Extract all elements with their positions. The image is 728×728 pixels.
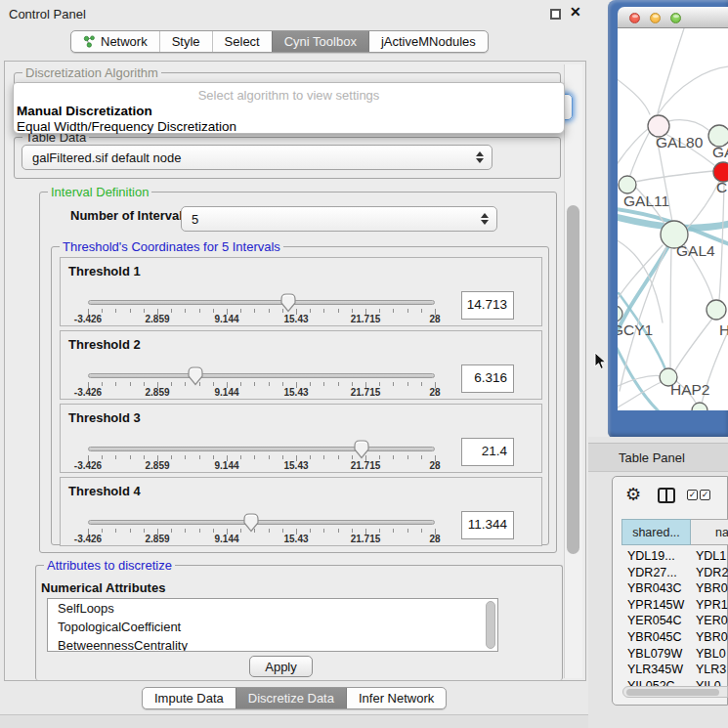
tick-row <box>88 309 435 317</box>
tick-mark <box>407 529 408 533</box>
network-edge[interactable] <box>668 120 708 130</box>
slider-handle[interactable] <box>279 292 297 317</box>
tick-mark <box>379 455 380 459</box>
network-canvas[interactable]: GAL80GACGAL11GAL4GCY1HHAP2 <box>618 28 728 410</box>
tick-mark <box>282 382 283 386</box>
panel-scrollbar-thumb[interactable] <box>567 205 579 554</box>
node-label: GCY1 <box>618 321 653 338</box>
tick-mark <box>338 529 339 533</box>
tab-discretize-data[interactable]: Discretize Data <box>236 688 346 708</box>
list-scrollbar[interactable] <box>486 601 495 649</box>
tab-jactivemnodules[interactable]: jActiveMNodules <box>368 31 488 52</box>
node-right-mid[interactable] <box>707 300 726 320</box>
tab-label: Cyni Toolbox <box>284 34 357 49</box>
tab-cyni-toolbox[interactable]: Cyni Toolbox <box>272 31 368 52</box>
node-label: GA <box>712 144 728 160</box>
tab-select[interactable]: Select <box>212 31 272 52</box>
tick-label: -3.426 <box>74 387 102 398</box>
tick-mark <box>144 382 145 386</box>
gear-icon[interactable]: ⚙ <box>625 484 641 505</box>
cell-shared-name: YDL19... <box>627 549 675 563</box>
checkbox-icon[interactable]: ✓ <box>687 490 698 500</box>
tick-mark <box>144 309 145 313</box>
split-columns-icon[interactable] <box>658 488 675 503</box>
threshold-value-field[interactable]: 14.713 <box>461 291 514 320</box>
network-edge[interactable] <box>686 182 719 230</box>
network-edge[interactable] <box>635 171 713 182</box>
node-gal11[interactable] <box>619 176 636 193</box>
num-intervals-value: 5 <box>192 212 198 227</box>
network-edge[interactable] <box>658 28 684 113</box>
threshold-value-field[interactable]: 21.4 <box>461 438 514 466</box>
zoom-traffic-light-icon[interactable] <box>670 13 681 23</box>
slider-track[interactable] <box>88 447 435 451</box>
slider-handle[interactable] <box>242 512 260 536</box>
network-edge[interactable] <box>618 78 650 114</box>
slider-track[interactable] <box>88 373 435 378</box>
tab-label: Style <box>172 34 200 49</box>
node-label: GAL80 <box>656 134 704 150</box>
cell-shared-name: YER054C <box>627 614 682 627</box>
tab-infer-network[interactable]: Infer Network <box>346 688 446 708</box>
minimize-traffic-light-icon[interactable] <box>650 13 661 23</box>
algorithm-option[interactable]: Equal Width/Frequency Discretization <box>17 119 236 134</box>
node-label: GAL4 <box>676 242 715 259</box>
network-edge[interactable] <box>658 66 728 114</box>
table-data-combobox[interactable]: galFiltered.sif default node <box>21 145 492 170</box>
threshold-value-field[interactable]: 6.316 <box>461 364 514 393</box>
tick-mark <box>213 309 214 313</box>
cell-shared-name: YBR045C <box>627 630 682 644</box>
network-edge[interactable] <box>670 248 671 368</box>
network-window-titlebar[interactable] <box>618 7 728 28</box>
tick-label: -3.426 <box>74 314 102 324</box>
tick-mark <box>102 309 103 313</box>
cell-shared-name: YBR043C <box>627 581 682 595</box>
table-hscrollbar[interactable] <box>622 686 728 698</box>
tick-label: 9.144 <box>214 387 238 398</box>
float-window-icon[interactable] <box>550 9 561 20</box>
algorithm-option[interactable]: Manual Discretization <box>17 104 152 118</box>
threshold-label: Threshold 2 <box>68 337 141 352</box>
tab-style[interactable]: Style <box>159 31 212 52</box>
tick-mark <box>185 455 186 459</box>
network-edge[interactable] <box>629 133 649 178</box>
tick-mark <box>130 529 131 533</box>
tick-mark <box>269 309 270 313</box>
num-intervals-label: Number of Intervals <box>70 208 190 223</box>
tab-impute-data[interactable]: Impute Data <box>143 688 236 708</box>
slider-track[interactable] <box>88 300 435 305</box>
tick-mark <box>352 529 353 533</box>
checkbox-icon[interactable]: ✓ <box>700 490 710 500</box>
tick-label: 2.859 <box>145 460 169 471</box>
tick-mark <box>407 309 408 313</box>
slider-handle[interactable] <box>353 439 370 463</box>
node-bottom[interactable] <box>692 403 707 410</box>
slider-track[interactable] <box>88 520 435 525</box>
tick-mark <box>421 382 422 386</box>
attribute-item[interactable]: BetweennessCentrality <box>58 638 188 652</box>
column-header-shared-name[interactable]: shared... <box>621 519 691 545</box>
slider-handle[interactable] <box>187 365 204 390</box>
attribute-item[interactable]: SelfLoops <box>58 601 114 616</box>
tab-label: Select <box>225 34 260 49</box>
apply-button[interactable]: Apply <box>249 656 313 677</box>
close-icon[interactable]: ✕ <box>570 4 581 20</box>
cell-name: YDR2 <box>696 566 728 579</box>
network-edge[interactable] <box>618 127 651 166</box>
tick-mark <box>310 529 311 533</box>
network-edge[interactable] <box>618 381 664 408</box>
attribute-item[interactable]: TopologicalCoefficient <box>58 620 181 634</box>
network-edge[interactable] <box>675 319 712 370</box>
num-intervals-combobox[interactable]: 5 <box>181 206 497 232</box>
threshold-card: Threshold 3-3.4262.8599.14415.4321.71528… <box>60 404 542 473</box>
table-hscrollbar-thumb[interactable] <box>626 689 719 696</box>
tick-label: 21.715 <box>351 387 381 398</box>
threshold-value-field[interactable]: 11.344 <box>461 511 514 539</box>
column-header-name[interactable]: na <box>691 519 728 545</box>
tick-mark <box>240 455 241 459</box>
close-traffic-light-icon[interactable] <box>629 13 640 23</box>
stepper-icon <box>476 151 484 163</box>
tab-network[interactable]: Network <box>71 31 159 52</box>
numerical-attributes-list[interactable]: SelfLoopsTopologicalCoefficientBetweenne… <box>47 598 498 652</box>
network-edge[interactable] <box>618 344 659 410</box>
